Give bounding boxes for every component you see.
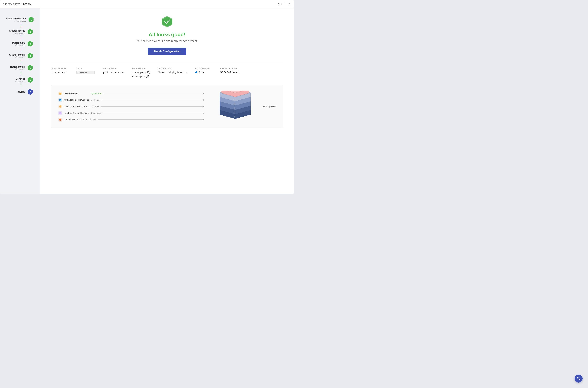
layer-icon-4 [58, 118, 62, 121]
step-title-3: Parameters [7, 41, 25, 44]
layers-list: hello-universeSystem AppAAzure Disk CSI … [58, 92, 204, 121]
step-badge-1: 1 [28, 17, 34, 23]
svg-text:⊙: ⊙ [234, 112, 235, 114]
tags-col: TAGS ms-azure [76, 68, 95, 78]
cluster-name-col: CLUSTER NAME azure-cluster [51, 68, 69, 78]
svg-rect-2 [59, 93, 61, 95]
node-pool-1: control-plane (1) [132, 71, 150, 73]
step-item-2[interactable]: Cluster profileazure-profile2 [0, 27, 40, 39]
list-item: hello-universeSystem App [58, 92, 204, 95]
info-icon[interactable]: ⓘ [238, 71, 240, 74]
list-item: AAzure Disk CSI Driver--csi-...Storage [58, 98, 204, 102]
success-title: All looks good! [149, 32, 185, 38]
stack-with-label: ⊞ ⊙ ⊕ ⚙ ⊡ azure-profile [215, 91, 276, 122]
cluster-name-value: azure-cluster [51, 71, 69, 73]
svg-text:⊞: ⊞ [234, 116, 235, 118]
step-connector-4 [21, 60, 21, 63]
step-subtitle-2: azure-profile [7, 32, 25, 34]
step-title-7: Review [7, 91, 25, 93]
layer-type-1: Storage [93, 99, 101, 101]
node-pool-2: worker-pool (1) [132, 75, 150, 78]
hex-stack-icon: ⊞ ⊙ ⊕ ⚙ ⊡ [215, 91, 255, 122]
step-subtitle-6: Completed [7, 80, 25, 82]
estimated-rate-label: ESTIMATED RATE [220, 68, 240, 70]
layer-connector-0 [104, 93, 204, 94]
layer-type-3: Kubernetes [91, 112, 101, 114]
description-col: DESCRIPTION Cluster to deploy to Azure. [158, 68, 187, 78]
step-badge-2: 2 [27, 29, 33, 35]
layer-type-0: System App [91, 92, 102, 95]
finish-configuration-button[interactable]: Finish Configuration [148, 48, 186, 55]
list-item: Palette eXtended Kuber...Kubernetes [58, 111, 204, 115]
credentials-label: CREDENTIALS [102, 68, 125, 70]
svg-point-7 [60, 113, 61, 114]
step-title-2: Cluster profile [7, 29, 25, 32]
tags-label: TAGS [76, 68, 95, 70]
step-item-3[interactable]: ParametersCompleted3 [0, 39, 40, 51]
steps-list: Basic informationazure-cluster1Cluster p… [0, 15, 40, 96]
cluster-info-row: CLUSTER NAME azure-cluster TAGS ms-azure… [51, 68, 283, 78]
estimated-rate-col: ESTIMATED RATE $0.8084 / hour ⓘ [220, 68, 240, 78]
svg-point-5 [59, 105, 61, 108]
content-area: All looks good! Your cluster is all set … [40, 8, 294, 194]
success-subtitle: Your cluster is all set up and ready for… [136, 39, 198, 43]
description-label: DESCRIPTION [158, 68, 187, 70]
step-item-7[interactable]: Review7 [0, 87, 40, 96]
step-title-1: Basic information [6, 17, 26, 20]
layer-connector-3 [103, 113, 204, 113]
layer-icon-2 [58, 105, 62, 108]
layer-connector-1 [102, 100, 204, 100]
step-title-6: Settings [7, 77, 25, 80]
environment-label: ENVIRONMENT [195, 68, 213, 70]
svg-point-8 [59, 119, 61, 121]
cluster-name-label: CLUSTER NAME [51, 68, 69, 70]
estimated-rate-value: $0.8084 / hour [220, 71, 237, 74]
breadcrumb-parent: Add new cluster [3, 2, 20, 5]
node-pools-col: NODE POOLS control-plane (1) worker-pool… [132, 68, 150, 78]
credentials-col: CREDENTIALS spectro-cloud-azure [102, 68, 125, 78]
tags-value: ms-azure [76, 71, 95, 74]
step-item-4[interactable]: Cluster configCompleted4 [0, 51, 40, 63]
layer-name-2: Calico--cni-calico-azure .... [64, 105, 90, 108]
list-item: Ubuntu--ubuntu-azure 22.04OS [58, 118, 204, 121]
layer-type-2: Network [91, 105, 99, 108]
description-value: Cluster to deploy to Azure. [158, 71, 187, 73]
step-subtitle-1: azure-cluster [6, 20, 26, 22]
step-badge-3: 3 [27, 41, 33, 47]
svg-text:A: A [60, 99, 61, 101]
layer-icon-3 [58, 111, 62, 115]
step-connector-5 [21, 72, 21, 75]
layer-connector-2 [101, 106, 204, 107]
titlebar: Add new cluster > Review API × [0, 0, 294, 8]
step-title-5: Nodes config [7, 65, 25, 68]
step-badge-6: 6 [27, 77, 33, 83]
layer-name-0: hello-universe [64, 92, 89, 95]
success-icon-container [161, 15, 174, 29]
profile-name-label: azure-profile [263, 105, 276, 108]
environment-row: Azure [195, 71, 213, 73]
svg-text:⚙: ⚙ [233, 103, 235, 105]
check-hexagon-icon [161, 15, 174, 28]
step-badge-7: 7 [27, 89, 33, 95]
api-link[interactable]: API [278, 2, 282, 5]
step-connector-3 [21, 48, 21, 51]
step-connector-6 [21, 84, 21, 87]
list-item: Calico--cni-calico-azure ....Network [58, 105, 204, 108]
step-title-4: Cluster config [7, 53, 25, 56]
close-button[interactable]: × [288, 1, 291, 7]
environment-value: Azure [199, 71, 205, 73]
svg-text:⊕: ⊕ [234, 107, 235, 109]
step-badge-5: 5 [27, 65, 33, 71]
layer-connector-4 [98, 120, 204, 120]
environment-col: ENVIRONMENT Azure [195, 68, 213, 78]
profile-diagram: hello-universeSystem AppAAzure Disk CSI … [51, 85, 283, 128]
step-item-6[interactable]: SettingsCompleted6 [0, 75, 40, 87]
node-pools-label: NODE POOLS [132, 68, 150, 70]
layer-name-4: Ubuntu--ubuntu-azure 22.04 [64, 118, 91, 121]
svg-rect-3 [59, 93, 60, 93]
layer-icon-1: A [58, 98, 62, 102]
step-item-1[interactable]: Basic informationazure-cluster1 [0, 15, 40, 27]
step-subtitle-5: Completed [7, 68, 25, 70]
step-item-5[interactable]: Nodes configCompleted5 [0, 63, 40, 75]
svg-text:⊡: ⊡ [234, 98, 235, 100]
